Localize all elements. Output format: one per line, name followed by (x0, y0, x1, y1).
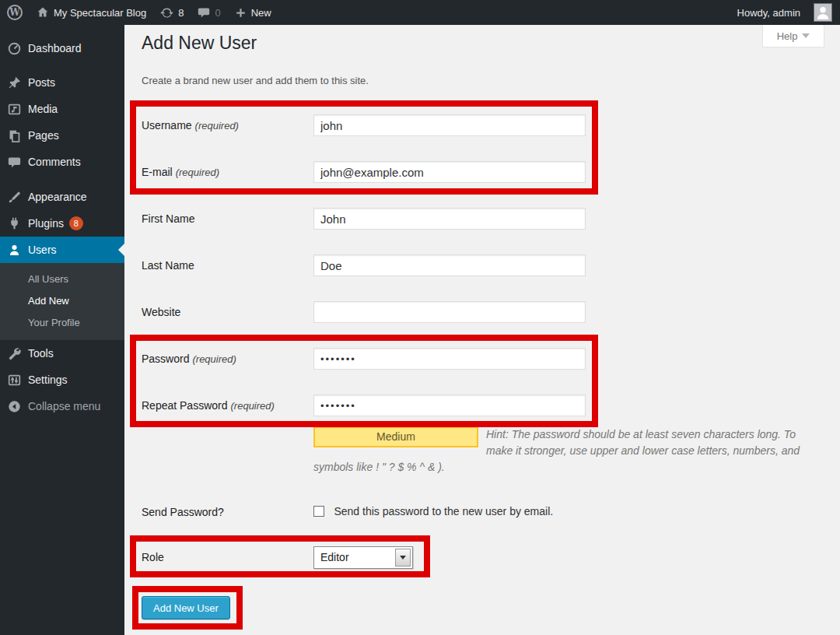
send-password-label: Send Password? (142, 506, 224, 518)
website-input[interactable] (313, 301, 586, 323)
chevron-down-icon (400, 556, 406, 560)
sidebar-item-tools[interactable]: Tools (0, 340, 124, 367)
avatar[interactable] (814, 3, 832, 22)
avatar-person-icon (814, 4, 831, 21)
sidebar-item-posts[interactable]: Posts (0, 69, 124, 96)
settings-icon (6, 372, 22, 388)
username-row: Username(required) (142, 114, 810, 138)
wordpress-logo-icon: W (7, 5, 23, 20)
comments-bubble-icon (198, 6, 210, 19)
media-icon (6, 101, 22, 117)
howdy-menu[interactable]: Howdy, admin (730, 0, 807, 25)
repeat-password-label: Repeat Password(required) (142, 399, 275, 412)
comments-menu[interactable]: 0 (191, 0, 227, 25)
site-name: My Spectacular Blog (54, 7, 146, 19)
admin-sidebar: Dashboard Posts Media Pages Comments App… (0, 25, 124, 635)
select-dropdown-button[interactable] (395, 549, 411, 567)
first-name-label: First Name (142, 212, 194, 225)
sidebar-item-settings[interactable]: Settings (0, 367, 124, 393)
email-row: E-mail(required) (142, 161, 810, 184)
updates-icon (160, 6, 173, 19)
users-submenu: All Users Add New Your Profile (0, 263, 124, 340)
role-select[interactable]: Editor (313, 546, 413, 569)
updates-menu[interactable]: 8 (153, 0, 191, 25)
wrench-icon (6, 346, 22, 361)
pushpin-icon (6, 75, 22, 90)
sidebar-item-media[interactable]: Media (0, 96, 124, 122)
password-hint: Medium Hint: The password should be at l… (313, 426, 815, 475)
first-name-input[interactable] (313, 208, 586, 230)
page-description: Create a brand new user and add them to … (142, 75, 369, 86)
sidebar-item-users[interactable]: Users (0, 237, 124, 263)
last-name-row: Last Name (142, 254, 810, 278)
users-icon (6, 242, 22, 258)
home-icon (37, 6, 49, 19)
help-button[interactable]: Help (762, 25, 824, 47)
first-name-row: First Name (142, 208, 810, 231)
password-row: Password(required) (142, 348, 810, 371)
paintbrush-icon (6, 189, 22, 205)
sidebar-item-dashboard[interactable]: Dashboard (0, 35, 124, 61)
pages-icon (6, 128, 22, 143)
username-input[interactable] (313, 114, 586, 136)
sidebar-item-plugins[interactable]: Plugins 8 (0, 210, 124, 237)
sidebar-item-comments[interactable]: Comments (0, 149, 124, 175)
send-password-checkbox[interactable] (313, 506, 324, 517)
role-label: Role (142, 551, 164, 563)
add-new-user-button[interactable]: Add New User (142, 596, 230, 619)
last-name-input[interactable] (313, 254, 586, 276)
comment-icon (6, 154, 22, 170)
wp-logo-menu[interactable]: W (0, 0, 30, 25)
collapse-icon (6, 398, 22, 414)
comment-count: 0 (215, 7, 220, 19)
repeat-password-row: Repeat Password(required) (142, 395, 810, 418)
last-name-label: Last Name (142, 259, 194, 272)
dashboard-icon (6, 40, 22, 56)
email-label: E-mail(required) (142, 166, 219, 178)
plugins-update-badge: 8 (69, 216, 83, 230)
send-password-checkbox-label: Send this password to the new user by em… (334, 505, 553, 517)
new-label: New (251, 7, 271, 19)
plus-icon (235, 7, 247, 19)
repeat-password-input[interactable] (313, 395, 586, 416)
website-label: Website (142, 306, 180, 318)
password-label: Password(required) (142, 353, 236, 365)
chevron-down-icon (802, 33, 810, 38)
howdy-text: Howdy, admin (737, 7, 800, 19)
page-title: Add New User (142, 33, 257, 54)
sidebar-item-appearance[interactable]: Appearance (0, 184, 124, 210)
submenu-add-new[interactable]: Add New (0, 290, 124, 312)
main-content: Help Add New User Create a brand new use… (124, 25, 840, 635)
send-password-row: Send Password? Send this password to the… (142, 501, 810, 524)
update-count: 8 (178, 7, 184, 19)
sidebar-item-collapse-menu[interactable]: Collapse menu (0, 393, 124, 419)
submenu-all-users[interactable]: All Users (0, 268, 124, 290)
submenu-your-profile[interactable]: Your Profile (0, 312, 124, 334)
role-selected-value: Editor (314, 547, 394, 568)
menu-separator (0, 175, 124, 184)
role-row: Role Editor (142, 546, 810, 570)
menu-separator (0, 61, 124, 69)
password-strength-meter: Medium (313, 426, 478, 447)
sidebar-item-pages[interactable]: Pages (0, 122, 124, 149)
new-content-menu[interactable]: New (228, 0, 278, 25)
site-name-menu[interactable]: My Spectacular Blog (30, 0, 153, 25)
admin-bar: W My Spectacular Blog 8 0 New Howdy, adm… (0, 0, 840, 25)
username-label: Username(required) (142, 119, 239, 132)
plugin-icon (6, 216, 22, 231)
website-row: Website (142, 301, 810, 325)
password-input[interactable] (313, 348, 586, 370)
email-input[interactable] (313, 161, 586, 183)
